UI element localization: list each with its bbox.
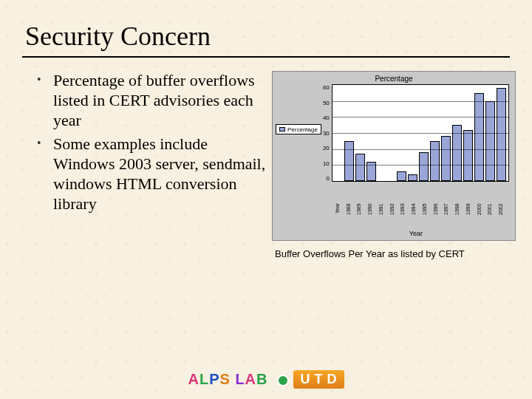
xtick: Year xyxy=(335,203,346,228)
utd-logo: UTD xyxy=(277,370,344,389)
xtick: 1997 xyxy=(443,203,454,228)
chart-caption: Buffer Overflows Per Year as listed by C… xyxy=(272,241,519,259)
bullet-item: Percentage of buffer overflows listed in… xyxy=(37,71,266,130)
ytick: 20 xyxy=(323,145,330,151)
chart-legend: Percentage xyxy=(276,124,321,134)
bar xyxy=(452,125,462,181)
xtick: 1995 xyxy=(422,203,433,228)
chart-inner: Percentage 60 50 40 30 20 10 0 xyxy=(273,84,515,240)
legend-swatch xyxy=(279,127,285,132)
xtick: 1993 xyxy=(400,203,411,228)
xtick: 1994 xyxy=(411,203,422,228)
xtick: 1996 xyxy=(433,203,444,228)
y-axis-ticks: 60 50 40 30 20 10 0 xyxy=(323,84,332,182)
xtick: 1990 xyxy=(367,203,378,228)
ytick: 0 xyxy=(323,175,330,182)
bar xyxy=(463,130,473,181)
plot-row: 60 50 40 30 20 10 0 xyxy=(323,84,509,203)
page-title: Security Concern xyxy=(0,0,532,56)
ytick: 60 xyxy=(323,84,330,91)
chart-title: Percentage xyxy=(375,72,412,84)
ytick: 50 xyxy=(323,100,330,106)
bar xyxy=(408,174,417,181)
bullet-item: Some examples include Windows 2003 serve… xyxy=(37,134,266,214)
xtick: 1988 xyxy=(346,203,357,228)
plot-column: 60 50 40 30 20 10 0 xyxy=(323,84,515,240)
xtick: 1991 xyxy=(378,203,389,228)
bar xyxy=(430,141,440,181)
bar xyxy=(366,162,376,181)
xtick: 1999 xyxy=(466,203,477,228)
bullet-list: Percentage of buffer overflows listed in… xyxy=(37,71,266,259)
xtick: 1998 xyxy=(454,203,466,228)
x-axis-ticks: Year198819891990199119921993199419951996… xyxy=(323,203,509,228)
utd-dot-icon xyxy=(277,375,289,386)
xtick: 2001 xyxy=(487,203,498,228)
alps-lab-logo: ALPS LAB xyxy=(188,371,267,388)
bar xyxy=(397,171,406,181)
footer-logos: ALPS LAB UTD xyxy=(0,370,532,389)
bar xyxy=(485,101,495,181)
content-row: Percentage of buffer overflows listed in… xyxy=(0,58,532,259)
xtick: 2000 xyxy=(477,203,488,228)
x-axis-label: Year xyxy=(323,228,509,240)
bar xyxy=(497,88,506,181)
ytick: 10 xyxy=(323,160,330,167)
bar xyxy=(344,141,354,181)
xtick: 2002 xyxy=(498,203,509,228)
bar xyxy=(419,152,429,181)
bar xyxy=(474,93,484,181)
ytick: 30 xyxy=(323,130,330,137)
xtick: 1992 xyxy=(389,203,400,228)
utd-text: UTD xyxy=(293,370,344,389)
legend-label: Percentage xyxy=(287,126,318,133)
xtick: 1989 xyxy=(356,203,367,228)
bar xyxy=(441,136,451,181)
bar xyxy=(355,154,365,181)
chart-container: Percentage Percentage 60 50 40 30 20 xyxy=(272,71,516,241)
chart-plot xyxy=(332,84,509,182)
chart-area: Percentage Percentage 60 50 40 30 20 xyxy=(266,71,519,259)
ytick: 40 xyxy=(323,115,330,121)
